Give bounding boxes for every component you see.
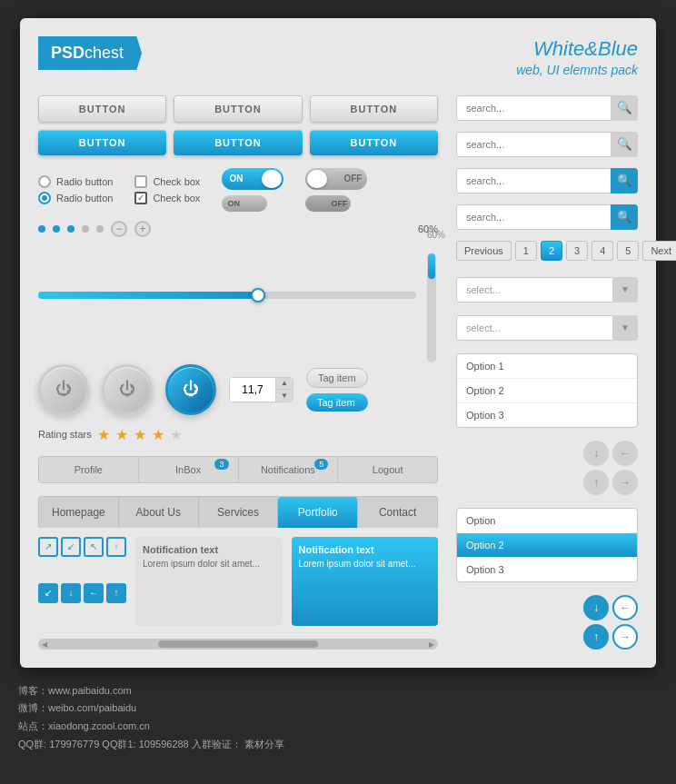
dropdown2-option-3[interactable]: Option 3 [457, 558, 637, 581]
radio-circle-1 [38, 175, 51, 188]
star-2[interactable]: ★ [115, 426, 128, 443]
slider-track[interactable] [38, 292, 416, 299]
notifications-area: ↗ ↙ ↖ ↑ ↙ ↓ ← ↑ N [38, 537, 438, 626]
page-prev[interactable]: Previous [456, 241, 512, 261]
star-4[interactable]: ★ [152, 426, 164, 443]
btn-blue-3[interactable]: BUTTON [310, 130, 438, 155]
arrow-left-up[interactable]: ↖ [84, 537, 104, 557]
page-4[interactable]: 4 [592, 241, 613, 261]
toggle-off-1[interactable]: OFF [305, 168, 367, 190]
toggle-on-sm[interactable]: ON [222, 195, 267, 212]
search-btn-3[interactable]: 🔍 [611, 168, 638, 194]
ra-outline-right[interactable]: → [612, 624, 638, 650]
star-1[interactable]: ★ [97, 426, 110, 443]
notif-card-gray: Notification text Lorem ipsum dolor sit … [135, 537, 283, 626]
dropdown-list: Option 1 Option 2 Option 3 [456, 353, 638, 428]
btn-blue-1[interactable]: BUTTON [38, 130, 166, 155]
dropdown-option-2[interactable]: Option 2 [457, 379, 637, 403]
search-2-wrapper: 🔍 [456, 132, 638, 157]
slider-handle[interactable] [251, 288, 265, 303]
star-5[interactable]: ★ [170, 426, 183, 443]
ra-blue-up[interactable]: ↑ [583, 624, 609, 650]
tab-profile[interactable]: Profile [39, 457, 139, 482]
dropdown2-option-1[interactable]: Option [457, 509, 637, 533]
arrow-ul[interactable]: ← [84, 583, 104, 603]
arrow-right-up[interactable]: ↑ [106, 537, 126, 557]
ra-left-1[interactable]: ← [612, 441, 638, 466]
slider-fill [38, 292, 265, 299]
nav-tab-contact[interactable]: Contact [358, 497, 437, 528]
v-slider-track[interactable] [427, 253, 436, 362]
arrow-down-left[interactable]: ↙ [61, 537, 81, 557]
toggle-off-sm[interactable]: OFF [305, 195, 351, 212]
dropdown-option-3[interactable]: Option 3 [457, 403, 637, 427]
slider-plus-btn[interactable]: + [134, 221, 151, 237]
page-3[interactable]: 3 [566, 241, 588, 261]
arrow-dl[interactable]: ↙ [38, 583, 58, 603]
btn-gray-2[interactable]: BUTTON [174, 95, 302, 123]
controls-row: Radio button Radio button Check box [38, 168, 438, 212]
bottom-scrollbar[interactable]: ◀ ▶ [38, 639, 438, 650]
tag-gray[interactable]: Tag item [306, 368, 368, 388]
nav-tab-services[interactable]: Services [199, 497, 279, 528]
site-title-block: White&Blue web, UI elemnts pack [516, 36, 638, 77]
dropdown2-option-2[interactable]: Option 2 [457, 533, 637, 558]
spinner-up[interactable]: ▲ [276, 378, 293, 390]
radio-item-2[interactable]: Radio button [38, 192, 113, 204]
ra-outline-left[interactable]: ← [612, 595, 638, 620]
scroll-thumb[interactable] [158, 640, 318, 648]
search-4-wrapper: 🔍 [456, 204, 638, 230]
select-1[interactable]: select... [456, 277, 638, 303]
tag-blue[interactable]: Tag item [306, 393, 368, 412]
radio-item-1[interactable]: Radio button [38, 175, 113, 188]
ra-down-1[interactable]: ↓ [583, 441, 609, 466]
select-1-wrapper: select... ▼ [456, 277, 638, 303]
page-next[interactable]: Next [642, 241, 676, 261]
nav-contact-label: Contact [379, 506, 416, 519]
page-5[interactable]: 5 [617, 241, 639, 261]
notif-title-gray: Notification text [143, 544, 275, 555]
tab-notifications[interactable]: Notifications 5 [239, 457, 339, 482]
check-item-1[interactable]: Check box [134, 175, 200, 188]
spinner-down[interactable]: ▼ [276, 390, 293, 402]
nav-tab-portfolio[interactable]: Portfolio [278, 497, 358, 528]
check-item-2[interactable]: ✓ Check box [134, 192, 200, 204]
toggle-on-1[interactable]: ON [222, 168, 283, 190]
arrow-dr[interactable]: ↓ [61, 583, 81, 603]
ra-right-1[interactable]: → [612, 470, 638, 495]
arrow-up-left[interactable]: ↗ [38, 537, 58, 557]
tab-logout[interactable]: Logout [338, 457, 437, 482]
search-btn-4[interactable]: 🔍 [611, 204, 638, 230]
footer: 博客：www.paibaidu.com 微博：weibo.com/paibaid… [0, 668, 676, 769]
rating-label: Rating stars [38, 429, 92, 440]
knob-1[interactable]: ⏻ [38, 364, 89, 415]
scroll-left-arrow[interactable]: ◀ [42, 640, 47, 648]
btn-row-1: BUTTON BUTTON BUTTON [38, 95, 438, 123]
select-2[interactable]: select... [456, 315, 638, 341]
btn-gray-3[interactable]: BUTTON [310, 95, 438, 123]
knob-3[interactable]: ⏻ [165, 364, 216, 415]
page-2[interactable]: 2 [541, 241, 562, 261]
search-btn-1[interactable]: 🔍 [611, 95, 638, 121]
dropdown-option-1[interactable]: Option 1 [457, 354, 637, 379]
tags-col: Tag item Tag item [306, 368, 368, 412]
page-1[interactable]: 1 [515, 241, 537, 261]
knob-2[interactable]: ⏻ [102, 364, 153, 415]
arrow-ur[interactable]: ↑ [106, 583, 126, 603]
nav-about-label: About Us [136, 506, 181, 519]
tab-inbox[interactable]: InBox 3 [139, 457, 239, 482]
tab-inbox-label: InBox [175, 464, 201, 475]
nav-tab-homepage[interactable]: Homepage [39, 497, 119, 528]
star-3[interactable]: ★ [134, 426, 146, 443]
slider-minus-btn[interactable]: − [111, 221, 127, 237]
ra-blue-down[interactable]: ↓ [583, 595, 609, 620]
ra-up-1[interactable]: ↑ [583, 470, 609, 495]
nav-tab-about[interactable]: About Us [119, 497, 199, 528]
spinner-input[interactable]: 11,7 [230, 378, 275, 402]
footer-line-1: 博客：www.paibaidu.com [18, 682, 658, 700]
search-btn-2[interactable]: 🔍 [611, 132, 638, 157]
btn-gray-1[interactable]: BUTTON [38, 95, 166, 123]
btn-blue-2[interactable]: BUTTON [174, 130, 302, 155]
scroll-right-arrow[interactable]: ▶ [429, 640, 434, 648]
buttons-section: BUTTON BUTTON BUTTON BUTTON BUTTON BUTTO… [38, 95, 438, 155]
